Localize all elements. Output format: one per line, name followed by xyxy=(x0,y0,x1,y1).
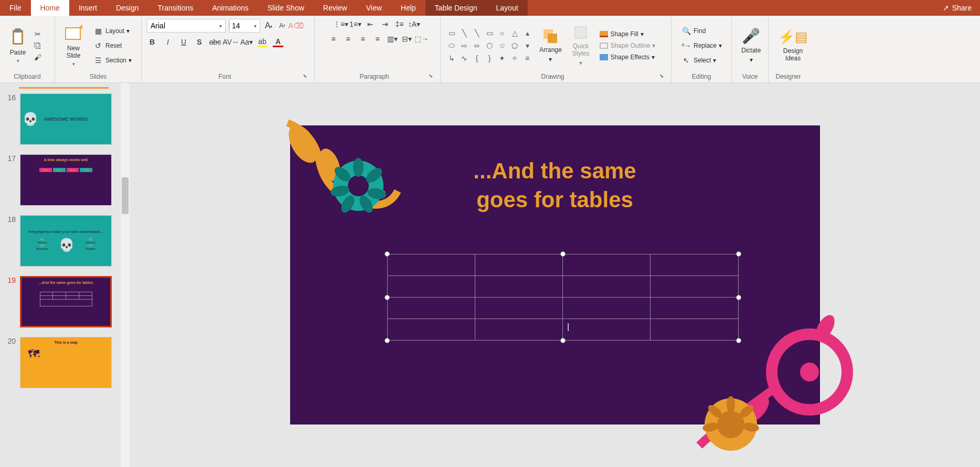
section-button[interactable]: ☰Section ▾ xyxy=(89,54,136,67)
menu-table-design[interactable]: Table Design xyxy=(425,0,487,16)
font-size-combo[interactable]: ▾ xyxy=(229,19,260,33)
align-left-icon[interactable]: ≡ xyxy=(328,34,339,44)
menu-home[interactable]: Home xyxy=(31,0,69,16)
new-slide-button[interactable]: ✦ New Slide ▾ xyxy=(60,23,87,69)
menu-insert[interactable]: Insert xyxy=(69,0,106,16)
find-button[interactable]: 🔍Find xyxy=(677,24,726,38)
selection-handle[interactable] xyxy=(560,251,566,257)
menu-animations[interactable]: Animations xyxy=(203,0,258,16)
shapes-gallery[interactable]: ▭ ╲ ╲ ▭ ○ △ ▴ ⬭ ⇨ ⬄ ⬡ ☆ ⬠ ▾ ↳ ∿ { } ✦ ✧ xyxy=(446,27,533,64)
curve-icon[interactable]: ∿ xyxy=(459,52,470,64)
columns-icon[interactable]: ▥▾ xyxy=(387,34,398,44)
font-name-input[interactable] xyxy=(147,22,216,30)
selection-handle[interactable] xyxy=(736,251,741,257)
thumb-20[interactable]: 20 This is a map🗺 xyxy=(5,337,124,388)
brace-l-icon[interactable]: { xyxy=(471,52,483,64)
copy-icon[interactable]: ⿻ xyxy=(33,40,43,51)
shrink-font-icon[interactable]: A▾ xyxy=(277,20,287,31)
selection-handle[interactable] xyxy=(385,338,390,343)
selection-handle[interactable] xyxy=(736,295,741,300)
oval-icon[interactable]: ○ xyxy=(496,27,508,39)
strike-icon[interactable]: abc xyxy=(210,37,220,47)
bold-icon[interactable]: B xyxy=(147,37,157,47)
menu-review[interactable]: Review xyxy=(314,0,357,16)
table[interactable]: | xyxy=(387,254,739,341)
table-row[interactable] xyxy=(387,254,738,276)
star4-icon[interactable]: ✦ xyxy=(496,52,508,64)
selection-handle[interactable] xyxy=(385,295,390,300)
rect-icon[interactable]: ▭ xyxy=(484,27,495,39)
thumb-18[interactable]: 18 Infographics make your idea understab… xyxy=(5,215,124,267)
scroll-up-icon[interactable]: ▴ xyxy=(521,27,533,39)
paragraph-dialog-launcher[interactable]: ⬊ xyxy=(429,73,435,80)
scroll-down-icon[interactable]: ▾ xyxy=(521,40,533,51)
line-icon[interactable]: ╲ xyxy=(459,27,470,39)
paste-button[interactable]: Paste ▾ xyxy=(5,26,30,66)
table-row[interactable] xyxy=(387,298,738,319)
chevron-down-icon[interactable]: ▾ xyxy=(250,23,260,29)
connector-icon[interactable]: ↳ xyxy=(446,52,457,64)
dictate-button[interactable]: 🎤 Dictate▾ xyxy=(737,25,765,66)
justify-icon[interactable]: ≡ xyxy=(372,34,383,44)
format-painter-icon[interactable]: 🖌 xyxy=(33,52,43,62)
drawing-dialog-launcher[interactable]: ⬊ xyxy=(659,73,666,80)
arrange-button[interactable]: Arrange▾ xyxy=(535,26,566,65)
outdent-icon[interactable]: ⇤ xyxy=(365,19,376,29)
arrow-icon[interactable]: ⇨ xyxy=(459,40,470,51)
line-spacing-icon[interactable]: ‡≡ xyxy=(395,19,405,29)
star5-icon[interactable]: ✧ xyxy=(509,52,520,64)
menu-transitions[interactable]: Transitions xyxy=(148,0,203,16)
italic-icon[interactable]: I xyxy=(163,37,173,47)
selection-handle[interactable] xyxy=(385,251,390,257)
smartart-icon[interactable]: ⬚→ xyxy=(417,34,427,44)
star-icon[interactable]: ☆ xyxy=(496,40,508,51)
slide-table[interactable]: | xyxy=(387,254,739,341)
replace-button[interactable]: ᵃ→Replace ▾ xyxy=(677,39,726,52)
select-button[interactable]: ↖Select ▾ xyxy=(677,54,726,67)
bullets-icon[interactable]: ⋮≡▾ xyxy=(336,19,346,29)
thumb-17[interactable]: 17 A time always works wellDay1Day2Day3D… xyxy=(5,154,124,206)
shadow-icon[interactable]: S xyxy=(194,37,205,47)
highlight-icon[interactable]: ab xyxy=(257,37,268,47)
font-color-icon[interactable]: A xyxy=(273,37,283,47)
case-icon[interactable]: Aa▾ xyxy=(241,37,252,47)
reset-button[interactable]: ↺Reset xyxy=(89,39,136,52)
cut-icon[interactable]: ✂ xyxy=(33,29,43,39)
menu-slideshow[interactable]: Slide Show xyxy=(258,0,314,16)
brace-r-icon[interactable]: } xyxy=(484,52,495,64)
align-text-icon[interactable]: ⊟▾ xyxy=(402,34,412,44)
grow-font-icon[interactable]: A▴ xyxy=(263,20,274,31)
underline-icon[interactable]: U xyxy=(178,37,189,47)
numbering-icon[interactable]: 1≡▾ xyxy=(350,19,361,29)
menu-layout[interactable]: Layout xyxy=(487,0,528,16)
selection-handle[interactable] xyxy=(560,338,566,343)
menu-help[interactable]: Help xyxy=(391,0,425,16)
font-name-combo[interactable]: ▾ xyxy=(147,19,226,33)
line2-icon[interactable]: ╲ xyxy=(471,27,483,39)
font-size-input[interactable] xyxy=(229,22,250,30)
clear-format-icon[interactable]: A⌫ xyxy=(291,20,301,31)
share-button[interactable]: ↗ Share xyxy=(934,4,980,12)
text-direction-icon[interactable]: ↕A▾ xyxy=(409,19,420,29)
table-row[interactable]: | xyxy=(387,319,738,341)
align-right-icon[interactable]: ≡ xyxy=(358,34,368,44)
shape-fill-button[interactable]: Shape Fill ▾ xyxy=(595,29,659,39)
thumb-19[interactable]: 19 ...And the same goes for tables xyxy=(5,276,124,327)
slide-canvas-area[interactable]: ...And the same goes for tables | xyxy=(130,83,980,467)
menu-view[interactable]: View xyxy=(357,0,391,16)
more-shapes-icon[interactable]: ≡ xyxy=(521,52,533,64)
menu-design[interactable]: Design xyxy=(106,0,148,16)
font-dialog-launcher[interactable]: ⬊ xyxy=(303,73,309,80)
indent-icon[interactable]: ⇥ xyxy=(380,19,390,29)
chevron-down-icon[interactable]: ▾ xyxy=(216,23,225,29)
design-ideas-button[interactable]: ⚡▤ Design Ideas xyxy=(774,27,812,64)
callout-icon[interactable]: ⬠ xyxy=(509,40,520,51)
align-center-icon[interactable]: ≡ xyxy=(343,34,354,44)
layout-button[interactable]: ▦Layout ▾ xyxy=(89,24,136,38)
thumb-16[interactable]: 16 💀AWESOME WORDS xyxy=(5,93,124,145)
slide-thumbnails-panel[interactable]: 16 💀AWESOME WORDS 17 A time always works… xyxy=(0,83,130,467)
shape-effects-button[interactable]: Shape Effects ▾ xyxy=(595,52,659,62)
tri-icon[interactable]: △ xyxy=(509,27,520,39)
hex-icon[interactable]: ⬡ xyxy=(484,40,495,51)
spacing-icon[interactable]: AV↔ xyxy=(226,37,236,47)
